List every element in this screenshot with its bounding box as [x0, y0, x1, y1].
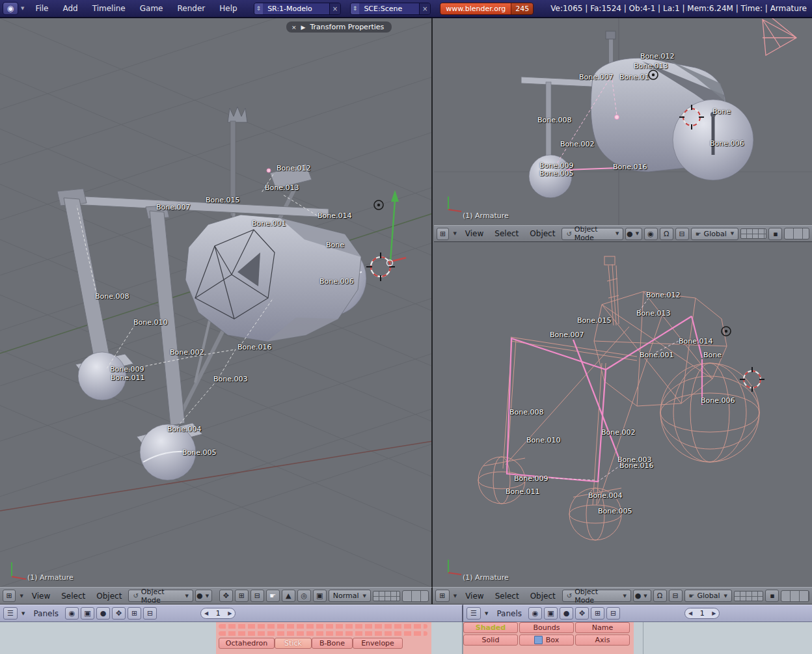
header-collapse-icon[interactable]: ▼	[20, 6, 28, 11]
header-button-cluster[interactable]	[402, 590, 429, 602]
layer-buttons[interactable]	[734, 591, 764, 601]
menu-select[interactable]: Select	[57, 592, 90, 601]
frame-next-icon[interactable]: ▶	[228, 610, 232, 616]
window-type-button[interactable]: ⊞	[437, 228, 449, 240]
drawtype-button[interactable]: Solid	[463, 634, 518, 646]
window-type-button[interactable]: ☰	[3, 607, 18, 620]
proportional-edit-icon[interactable]: Ω	[653, 590, 667, 602]
frame-stepper[interactable]: ◀ 1 ▶	[684, 608, 720, 619]
menu-object[interactable]: Object	[92, 592, 126, 601]
panel-collapsed-dots[interactable]	[219, 624, 427, 629]
layer-buttons[interactable]	[740, 228, 766, 239]
rotation-pivot-icon[interactable]: ◉	[644, 228, 658, 240]
lock-icon[interactable]: ▪	[765, 590, 779, 602]
close-icon[interactable]: ×	[329, 3, 340, 14]
logic-buttons-icon[interactable]: ◉	[528, 607, 542, 620]
screen-selector[interactable]: ⇕ SR:1-Modelo ×	[254, 3, 341, 15]
shading-buttons-icon[interactable]: ●	[560, 607, 573, 620]
menu-item[interactable]: File	[28, 4, 55, 13]
lock-icon[interactable]: ▪	[768, 228, 782, 240]
menu-item[interactable]: Render	[170, 4, 212, 13]
pivot-icon[interactable]: ◎	[297, 590, 311, 602]
close-icon[interactable]: ×	[419, 3, 430, 14]
manipulator-rotate-icon[interactable]: ▲	[282, 590, 295, 602]
shading-select[interactable]: ●▼	[625, 228, 642, 240]
panels-menu[interactable]: Panels	[492, 609, 526, 618]
frame-prev-icon[interactable]: ◀	[688, 610, 692, 616]
layer-buttons[interactable]	[373, 591, 400, 601]
chevron-down-icon[interactable]: ▼	[483, 611, 490, 616]
shading-select[interactable]: ●▼	[633, 590, 651, 602]
orientation-select[interactable]: ☛ Global ▼	[691, 228, 738, 240]
scene-selector[interactable]: ⇕ SCE:Scene ×	[350, 3, 431, 15]
header-button-cluster[interactable]	[784, 228, 809, 239]
scene-name[interactable]: SCE:Scene	[359, 3, 419, 14]
script-buttons-icon[interactable]: ▣	[81, 607, 94, 620]
editing-buttons-icon[interactable]: ⊞	[128, 607, 141, 620]
menu-select[interactable]: Select	[491, 592, 524, 601]
draw-extra-button[interactable]: Bounds	[519, 622, 574, 633]
menu-view[interactable]: View	[461, 229, 488, 238]
screen-name[interactable]: SR:1-Modelo	[263, 3, 329, 14]
expand-icon[interactable]: ▶	[301, 24, 306, 31]
mode-select[interactable]: ↺ Object Mode ▼	[128, 590, 193, 602]
window-type-button[interactable]: ☰	[467, 607, 481, 620]
scene-buttons-icon[interactable]: ⊟	[143, 607, 157, 620]
hand-tool-icon[interactable]: ☛	[266, 590, 280, 602]
snap-icon[interactable]: ⊟	[669, 590, 683, 602]
scene-buttons-icon[interactable]: ⊟	[606, 607, 620, 620]
transform-properties-panel[interactable]: × ▶ Transform Properties	[286, 21, 392, 33]
manipulator-move-icon[interactable]: ✥	[219, 590, 233, 602]
draw-extra-button[interactable]: Axis	[575, 634, 630, 646]
window-type-button[interactable]: ⊞	[435, 590, 450, 602]
menu-item[interactable]: Timeline	[85, 4, 133, 13]
blender-logo-icon[interactable]: ◉	[3, 2, 18, 15]
manipulator-scale-icon[interactable]: ⊟	[250, 590, 264, 602]
viewport-3d-main[interactable]: × ▶ Transform Properties Bone.012Bone.01…	[0, 18, 433, 587]
window-type-button[interactable]: ⊞	[3, 590, 16, 602]
object-buttons-icon[interactable]: ✥	[112, 607, 126, 620]
menu-item[interactable]: Game	[133, 4, 170, 13]
bone-display-button[interactable]: Envelope	[353, 638, 403, 649]
drawtype-button[interactable]: Shaded	[463, 622, 518, 633]
menu-object[interactable]: Object	[525, 229, 560, 238]
editing-buttons-icon[interactable]: ⊞	[591, 607, 604, 620]
chevron-down-icon[interactable]: ▼	[18, 593, 25, 599]
browse-scenes-icon[interactable]: ⇕	[351, 3, 360, 14]
viewport-3d-wireframe[interactable]: Bone.012Bone.013Bone.015Bone.007Bone.014…	[434, 242, 812, 587]
blender-org-button[interactable]: www.blender.org 245	[440, 3, 534, 15]
script-buttons-icon[interactable]: ▣	[544, 607, 558, 620]
mode-select[interactable]: ↺ Object Mode ▼	[562, 228, 623, 240]
frame-number[interactable]: 1	[697, 609, 707, 618]
frame-prev-icon[interactable]: ◀	[204, 610, 208, 616]
orientation-select[interactable]: ☛ Global ▼	[684, 590, 732, 602]
chevron-down-icon[interactable]: ▼	[452, 593, 459, 599]
bone-display-button[interactable]: B-Bone	[312, 638, 353, 649]
orientation-select[interactable]: Normal ▼	[329, 590, 371, 602]
frame-number[interactable]: 1	[213, 609, 223, 618]
snap-icon[interactable]: ▣	[313, 590, 327, 602]
panel-collapsed-dots[interactable]	[219, 631, 427, 636]
menu-view[interactable]: View	[27, 592, 55, 601]
snap-icon[interactable]: ⊟	[675, 228, 689, 240]
browse-screens-icon[interactable]: ⇕	[254, 3, 264, 14]
logic-buttons-icon[interactable]: ◉	[65, 607, 79, 620]
chevron-down-icon[interactable]: ▼	[451, 231, 458, 236]
manipulator-grid-icon[interactable]: ⊞	[235, 590, 249, 602]
draw-extra-button[interactable]: Box	[519, 634, 574, 646]
bone-display-button[interactable]: Stick	[275, 638, 312, 649]
frame-stepper[interactable]: ◀ 1 ▶	[200, 608, 236, 619]
draw-extra-button[interactable]: Name	[575, 622, 630, 633]
menu-item[interactable]: Help	[212, 4, 244, 13]
frame-next-icon[interactable]: ▶	[712, 610, 716, 616]
menu-object[interactable]: Object	[526, 592, 560, 601]
header-button-cluster[interactable]	[781, 590, 809, 602]
panels-menu[interactable]: Panels	[29, 609, 63, 618]
menu-item[interactable]: Add	[55, 4, 85, 13]
close-icon[interactable]: ×	[291, 24, 297, 31]
object-buttons-icon[interactable]: ✥	[575, 607, 589, 620]
mode-select[interactable]: ↺ Object Mode ▼	[562, 590, 631, 602]
menu-view[interactable]: View	[461, 592, 488, 601]
viewport-3d-side[interactable]: Bone.012Bone.013Bone.007Bone.01Bone.008B…	[434, 18, 812, 225]
shading-select[interactable]: ●▼	[195, 590, 212, 602]
